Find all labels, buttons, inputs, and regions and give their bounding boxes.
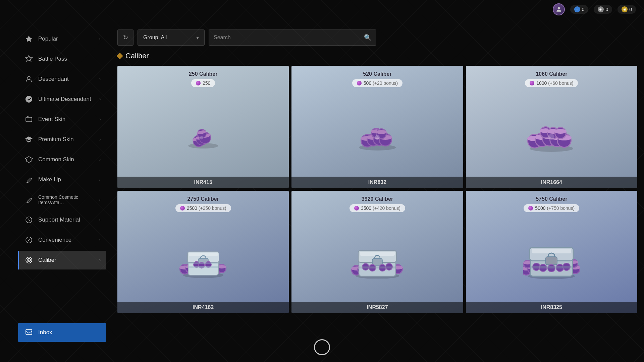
- make-up-arrow: ›: [99, 177, 101, 182]
- product-title-3920: 3920 Caliber: [297, 196, 458, 202]
- product-amount-1060: 1000 (+60 bonus): [536, 80, 573, 86]
- filter-bar: ↻ Group: All ▾ 🔍: [117, 29, 637, 46]
- sidebar-item-convenience[interactable]: Convenience ›: [18, 231, 106, 249]
- sidebar-item-popular[interactable]: Popular ›: [18, 29, 106, 48]
- popular-icon: [23, 34, 34, 44]
- bonus-currency-badge[interactable]: ◈ 0: [594, 5, 612, 14]
- product-badge-3920: 3500 (+420 bonus): [350, 204, 405, 212]
- sidebar-item-common-cosmetic[interactable]: Common Cosmetic Items/Atta… ›: [18, 190, 106, 209]
- sidebar-item-caliber[interactable]: Caliber ›: [18, 251, 106, 269]
- ultimate-descendant-icon: [23, 94, 34, 105]
- product-image-250: [123, 87, 283, 183]
- search-input[interactable]: [214, 35, 361, 41]
- convenience-arrow: ›: [99, 238, 101, 242]
- descendant-icon: [23, 74, 34, 84]
- section-title-text: Caliber: [125, 52, 149, 60]
- product-amount-5750: 5000 (+750 bonus): [535, 205, 575, 211]
- svg-rect-92: [188, 266, 218, 268]
- svg-point-0: [557, 7, 560, 9]
- svg-rect-119: [359, 266, 396, 268]
- sidebar-item-make-up[interactable]: Make Up ›: [18, 170, 106, 189]
- caliber-currency-icon: ◉: [622, 6, 628, 12]
- product-amount-3920: 3500 (+420 bonus): [361, 205, 400, 211]
- svg-point-41: [376, 130, 387, 134]
- premium-currency-icon: +: [574, 6, 580, 12]
- product-badge-1060: 1000 (+60 bonus): [525, 79, 578, 87]
- product-title-2750: 2750 Caliber: [123, 196, 283, 202]
- product-grid: 250 Caliber 250: [117, 66, 637, 313]
- svg-point-68: [548, 134, 554, 140]
- product-price-250: INR415: [117, 177, 289, 188]
- search-bar: 🔍: [209, 29, 376, 46]
- common-skin-arrow: ›: [99, 157, 101, 162]
- premium-skin-arrow: ›: [99, 137, 101, 142]
- svg-point-1: [28, 76, 30, 79]
- product-card-3920-caliber[interactable]: 3920 Caliber 3500 (+420 bonus): [291, 191, 463, 313]
- caliber-dot-1060: [530, 81, 534, 85]
- svg-point-42: [375, 135, 380, 140]
- svg-point-7: [28, 259, 30, 261]
- product-card-1060-caliber[interactable]: 1060 Caliber 1000 (+60 bonus): [466, 66, 637, 188]
- sidebar-item-event-skin[interactable]: Event Skin ›: [18, 110, 106, 129]
- product-title-520: 520 Caliber: [297, 71, 458, 77]
- battle-pass-label: Battle Pass: [38, 56, 101, 62]
- product-price-5750: INR8325: [466, 302, 637, 313]
- product-image-2750: [123, 212, 283, 308]
- product-badge-520: 500 (+20 bonus): [352, 79, 402, 87]
- support-material-label: Support Material: [38, 217, 99, 223]
- inbox-item[interactable]: Inbox: [18, 323, 106, 342]
- product-badge-5750: 5000 (+750 bonus): [524, 204, 579, 212]
- avatar: [553, 3, 565, 15]
- group-select[interactable]: Group: All ▾: [138, 29, 205, 46]
- main-content: ↻ Group: All ▾ 🔍 Caliber 250 Caliber 250: [117, 29, 637, 355]
- product-amount-2750: 2500 (+250 bonus): [187, 205, 226, 211]
- section-title-area: Caliber: [117, 52, 637, 60]
- caliber-dot-2750: [180, 206, 185, 210]
- common-skin-icon: [23, 154, 34, 165]
- refresh-button[interactable]: ↻: [117, 29, 133, 46]
- product-badge-2750: 2500 (+250 bonus): [175, 204, 231, 212]
- sidebar-item-battle-pass[interactable]: Battle Pass: [18, 50, 106, 68]
- inbox-label: Inbox: [38, 329, 52, 336]
- caliber-currency-badge[interactable]: ◉ 0: [618, 5, 636, 14]
- premium-currency-badge[interactable]: + 0: [570, 5, 589, 14]
- sidebar-item-support-material[interactable]: Support Material ›: [18, 210, 106, 229]
- sidebar-item-premium-skin[interactable]: Premium Skin ›: [18, 130, 106, 149]
- product-title-5750: 5750 Caliber: [471, 196, 632, 202]
- caliber-dot-520: [357, 81, 362, 85]
- caliber-label: Caliber: [38, 257, 99, 263]
- descendant-label: Descendant: [38, 76, 99, 82]
- support-material-arrow: ›: [99, 218, 101, 222]
- product-price-1060: INR1664: [466, 177, 637, 188]
- common-cosmetic-icon: [23, 194, 34, 205]
- search-icon[interactable]: 🔍: [364, 34, 371, 41]
- product-title-1060: 1060 Caliber: [471, 71, 632, 77]
- svg-rect-142: [546, 257, 557, 265]
- event-skin-arrow: ›: [99, 117, 101, 122]
- product-image-1060: [471, 87, 632, 183]
- product-image-3920: [297, 212, 458, 308]
- premium-skin-icon: [23, 134, 34, 145]
- svg-rect-2: [26, 117, 32, 122]
- product-card-250-caliber[interactable]: 250 Caliber 250: [117, 66, 289, 188]
- svg-point-67: [554, 129, 567, 134]
- diamond-icon: [116, 53, 123, 59]
- product-card-5750-caliber[interactable]: 5750 Caliber 5000 (+750 bonus): [466, 191, 637, 313]
- product-card-520-caliber[interactable]: 520 Caliber 500 (+20 bonus): [291, 66, 463, 188]
- common-skin-label: Common Skin: [38, 156, 99, 163]
- product-card-2750-caliber[interactable]: 2750 Caliber 2500 (+250 bonus): [117, 191, 289, 313]
- caliber-dot-3920: [354, 206, 359, 210]
- product-badge-250: 250: [191, 79, 215, 87]
- sidebar-item-common-skin[interactable]: Common Skin ›: [18, 150, 106, 169]
- ultimate-descendant-label: Ultimate Descendant: [38, 96, 99, 103]
- group-select-label: Group: All: [143, 35, 167, 41]
- popular-label: Popular: [38, 36, 99, 42]
- descendant-arrow: ›: [99, 77, 101, 81]
- sidebar-item-ultimate-descendant[interactable]: Ultimate Descendant ›: [18, 90, 106, 109]
- convenience-icon: [23, 235, 34, 245]
- premium-currency-amount: 0: [582, 7, 585, 12]
- sidebar-item-descendant[interactable]: Descendant ›: [18, 70, 106, 88]
- popular-arrow: ›: [99, 37, 101, 41]
- event-skin-icon: [23, 114, 34, 125]
- product-price-520: INR832: [291, 177, 463, 188]
